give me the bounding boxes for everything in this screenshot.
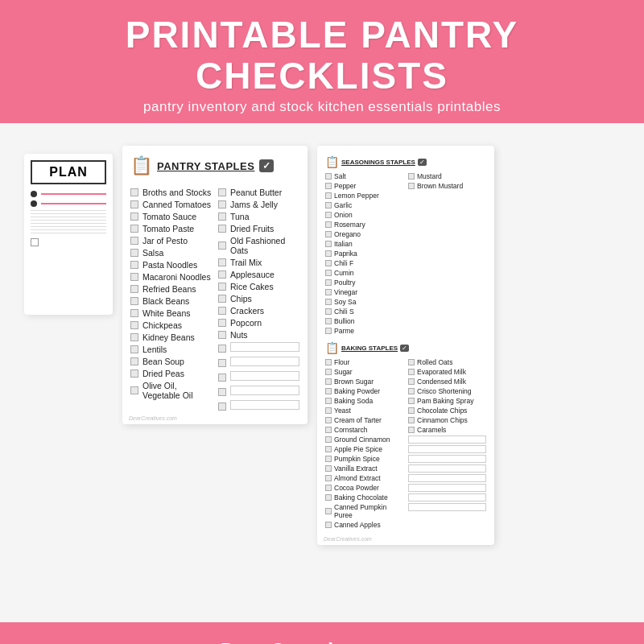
checkbox-sm[interactable] xyxy=(325,522,332,528)
checkbox-sm[interactable] xyxy=(325,192,332,199)
checkbox-sm[interactable] xyxy=(408,407,415,414)
checkbox-sm[interactable] xyxy=(325,378,332,385)
blank-input-sm[interactable] xyxy=(408,436,486,444)
checkbox[interactable] xyxy=(218,388,226,396)
checkbox[interactable] xyxy=(130,321,138,329)
checkbox-sm[interactable] xyxy=(325,407,332,414)
checkbox-sm[interactable] xyxy=(325,436,332,443)
checkbox[interactable] xyxy=(218,200,226,208)
list-item: Soy Sa xyxy=(325,298,403,306)
checkbox[interactable] xyxy=(130,237,138,245)
list-item: Macaroni Noodles xyxy=(130,272,212,282)
checkbox[interactable] xyxy=(218,319,226,327)
item-label-sm: Salt xyxy=(334,172,346,180)
checkbox-sm[interactable] xyxy=(325,279,332,286)
blank-input[interactable] xyxy=(230,357,299,366)
checkbox-sm[interactable] xyxy=(325,328,332,334)
checkbox-sm[interactable] xyxy=(325,485,332,491)
checkbox-sm[interactable] xyxy=(325,417,332,423)
checkbox[interactable] xyxy=(130,249,138,257)
checkbox-sm[interactable] xyxy=(325,359,332,365)
checkbox[interactable] xyxy=(130,369,138,378)
checkbox-sm[interactable] xyxy=(408,378,415,385)
item-label-sm: Cornstarch xyxy=(334,426,368,434)
checkbox-sm[interactable] xyxy=(325,446,332,452)
blank-input[interactable] xyxy=(230,371,299,381)
checkbox[interactable] xyxy=(218,242,226,250)
checkbox[interactable] xyxy=(218,307,226,315)
checkbox-sm[interactable] xyxy=(408,417,415,423)
checkbox[interactable] xyxy=(130,297,138,305)
checkbox[interactable] xyxy=(218,213,226,221)
checkbox[interactable] xyxy=(218,331,226,339)
checkbox[interactable] xyxy=(130,285,138,293)
checkbox[interactable] xyxy=(130,261,138,269)
checkbox[interactable] xyxy=(130,357,138,365)
checkbox[interactable] xyxy=(130,345,138,353)
checkbox-sm[interactable] xyxy=(325,270,332,276)
blank-input-sm[interactable] xyxy=(408,445,486,453)
checkbox-sm[interactable] xyxy=(325,369,332,375)
blank-input-sm[interactable] xyxy=(408,493,486,502)
checkbox-sm[interactable] xyxy=(408,427,415,433)
checkbox-sm[interactable] xyxy=(325,465,332,472)
item-label: Black Beans xyxy=(142,296,189,306)
checkbox[interactable] xyxy=(218,283,226,291)
blank-input[interactable] xyxy=(230,386,299,395)
blank-input[interactable] xyxy=(230,342,299,352)
checkbox[interactable] xyxy=(130,225,138,233)
checkbox-sm[interactable] xyxy=(325,475,332,481)
checkbox[interactable] xyxy=(130,309,138,317)
checkbox-sm[interactable] xyxy=(325,173,332,180)
checkbox[interactable] xyxy=(130,213,138,221)
checkbox-sm[interactable] xyxy=(325,508,332,514)
blank-input-sm[interactable] xyxy=(408,484,486,492)
checkbox[interactable] xyxy=(218,295,226,303)
checkbox[interactable] xyxy=(218,374,226,382)
checkbox[interactable] xyxy=(130,386,138,394)
checkbox-sm[interactable] xyxy=(408,183,415,189)
checkbox-sm[interactable] xyxy=(325,398,332,404)
checkbox-sm[interactable] xyxy=(325,260,332,266)
checkbox-sm[interactable] xyxy=(325,388,332,394)
checkbox[interactable] xyxy=(218,258,226,266)
blank-input-sm[interactable] xyxy=(408,474,486,482)
blank-input[interactable] xyxy=(230,400,299,410)
checkbox-sm[interactable] xyxy=(325,299,332,305)
checkbox[interactable] xyxy=(218,188,226,196)
checkbox-sm[interactable] xyxy=(325,427,332,433)
checkbox-sm[interactable] xyxy=(325,183,332,189)
checkbox[interactable] xyxy=(130,273,138,281)
blank-input-sm[interactable] xyxy=(408,464,486,473)
checkbox-sm[interactable] xyxy=(408,388,415,394)
checkbox-sm[interactable] xyxy=(408,173,415,180)
checkbox[interactable] xyxy=(218,345,226,353)
checkbox-sm[interactable] xyxy=(325,318,332,324)
list-item: Sugar xyxy=(325,368,403,376)
blank-input-sm[interactable] xyxy=(408,455,486,463)
checkbox-sm[interactable] xyxy=(325,231,332,237)
checkbox-sm[interactable] xyxy=(325,250,332,257)
checkbox-sm[interactable] xyxy=(325,241,332,247)
checkbox-sm[interactable] xyxy=(325,212,332,218)
checkbox-sm[interactable] xyxy=(325,289,332,295)
checkbox-sm[interactable] xyxy=(408,369,415,375)
checkbox-sm[interactable] xyxy=(325,494,332,501)
checkbox[interactable] xyxy=(218,359,226,367)
blank-input-sm[interactable] xyxy=(408,503,486,511)
checkbox-sm[interactable] xyxy=(325,221,332,228)
checkbox[interactable] xyxy=(218,225,226,233)
checkbox-sm[interactable] xyxy=(325,308,332,315)
checkbox-sm[interactable] xyxy=(325,456,332,462)
checkbox-sm[interactable] xyxy=(408,398,415,404)
checkbox[interactable] xyxy=(130,333,138,341)
checkbox[interactable] xyxy=(130,188,138,196)
checkbox[interactable] xyxy=(130,200,138,208)
item-label: Tomato Paste xyxy=(142,224,194,233)
checkbox-sm[interactable] xyxy=(325,202,332,208)
checkbox[interactable] xyxy=(218,402,226,411)
checkbox[interactable] xyxy=(218,270,226,279)
seasoning-baking-page: 📋 SEASONINGS STAPLES ✓ SaltPepperLemon P… xyxy=(317,146,494,545)
checkbox-sm[interactable] xyxy=(408,359,415,365)
footer: DearCreatives.com xyxy=(0,622,644,644)
